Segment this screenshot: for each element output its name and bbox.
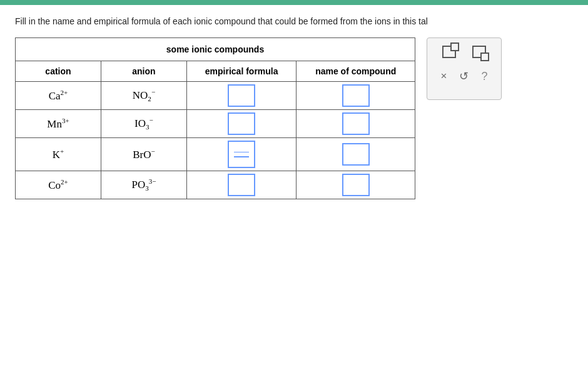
anion-superscript: 3−	[149, 177, 156, 185]
formula-input-box[interactable]	[228, 84, 255, 107]
formula-input-cell	[186, 171, 296, 199]
anion-superscript: −	[151, 147, 155, 155]
inner-line-bottom	[234, 156, 249, 157]
inner-line-top	[234, 152, 249, 153]
superscript-button[interactable]	[440, 44, 459, 59]
top-bar	[0, 0, 588, 5]
cation-superscript: +	[60, 147, 64, 155]
formula-input-box[interactable]	[228, 174, 255, 196]
cation-superscript: 3+	[62, 117, 69, 124]
help-button[interactable]: ?	[481, 70, 487, 83]
subscript-icon	[472, 46, 486, 58]
formula-input-box-tall[interactable]	[228, 141, 255, 168]
anion-subscript: 2	[148, 96, 151, 103]
table-row: K+ BrO−	[16, 138, 415, 171]
anion-cell: BrO−	[101, 138, 186, 171]
name-input-cell	[297, 110, 415, 138]
table-caption: some ionic compounds	[15, 37, 415, 61]
anion-subscript: 3	[146, 124, 150, 131]
formula-input-cell	[186, 138, 296, 171]
col-header-name: name of compound	[297, 61, 415, 82]
superscript-icon	[442, 46, 456, 58]
anion-superscript: −	[150, 116, 153, 124]
name-input-box[interactable]	[342, 174, 370, 196]
ionic-compounds-table: some ionic compounds cation anion empiri…	[15, 37, 415, 199]
col-header-cation: cation	[16, 61, 101, 82]
cation-cell: K+	[16, 138, 101, 171]
formula-input-box[interactable]	[228, 112, 255, 135]
cation-superscript: 2+	[61, 89, 68, 96]
formula-input-cell	[186, 82, 296, 110]
anion-cell: NO2−	[101, 82, 186, 110]
anion-subscript: 3	[145, 185, 149, 192]
clear-button[interactable]: ×	[441, 70, 447, 82]
name-input-box[interactable]	[342, 143, 370, 166]
table-row: Mn3+ IO3−	[16, 110, 415, 138]
name-input-cell	[297, 138, 415, 171]
anion-cell: PO33−	[101, 171, 186, 199]
table-row: Ca2+ NO2−	[16, 82, 415, 110]
toolbar-bottom: × ↺ ?	[436, 69, 492, 83]
name-input-cell	[297, 82, 415, 110]
cation-cell: Mn3+	[16, 110, 101, 138]
instruction-text: Fill in the name and empirical formula o…	[15, 16, 573, 26]
toolbar-panel: × ↺ ?	[427, 37, 502, 100]
formula-input-cell	[186, 110, 296, 138]
table-row: Co2+ PO33−	[16, 171, 415, 199]
cation-cell: Co2+	[16, 171, 101, 199]
anion-cell: IO3−	[101, 110, 186, 138]
name-input-cell	[297, 171, 415, 199]
anion-superscript: −	[151, 88, 155, 96]
col-header-formula: empirical formula	[186, 61, 296, 82]
main-area: some ionic compounds cation anion empiri…	[15, 37, 573, 199]
col-header-anion: anion	[101, 61, 186, 82]
name-input-box[interactable]	[342, 84, 370, 107]
subscript-button[interactable]	[470, 44, 489, 59]
toolbar-top	[436, 44, 492, 62]
name-input-box[interactable]	[342, 112, 370, 135]
cation-cell: Ca2+	[16, 82, 101, 110]
undo-button[interactable]: ↺	[459, 69, 469, 83]
cation-superscript: 2+	[61, 178, 68, 186]
